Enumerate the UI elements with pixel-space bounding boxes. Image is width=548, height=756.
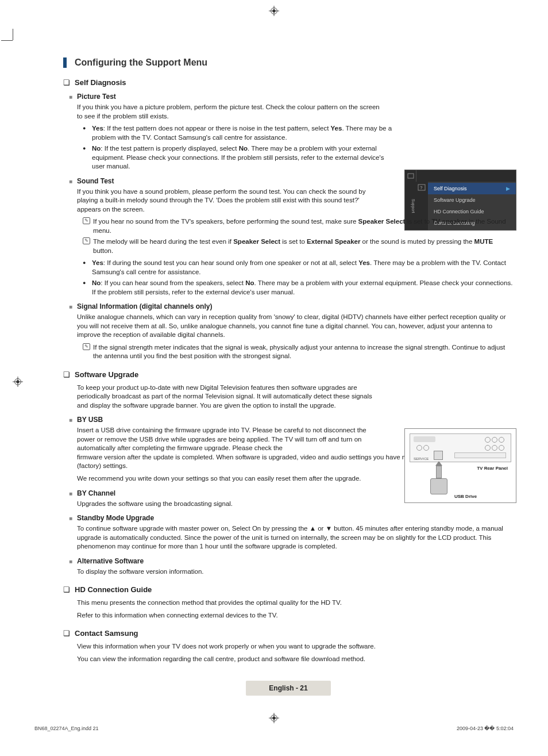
body-text: You can view the information regarding t… xyxy=(77,655,514,664)
subheading-label: Picture Test xyxy=(77,93,116,101)
list-item: Yes: If during the sound test you can he… xyxy=(83,259,514,277)
usb-port xyxy=(434,451,443,460)
osd-item-label: Self Diagnosis xyxy=(434,186,467,191)
subheading-alt-software: ■ Alternative Software xyxy=(69,557,514,565)
note-item: ✎If the signal strength meter indicates … xyxy=(83,343,514,361)
osd-item: Software Upgrade xyxy=(428,194,516,206)
outline-box-icon: ❏ xyxy=(63,629,70,638)
square-bullet-icon: ■ xyxy=(69,558,72,565)
diagram-label: TV Rear Panel xyxy=(477,466,508,471)
list-item: Yes: If the test pattern does not appear… xyxy=(83,124,393,142)
registration-mark-bottom xyxy=(269,713,279,723)
subheading-picture-test: ■ Picture Test xyxy=(69,93,514,101)
square-bullet-icon: ■ xyxy=(69,417,72,423)
outline-box-icon: ❏ xyxy=(63,370,70,379)
square-bullet-icon: ■ xyxy=(69,515,72,521)
heading-label: Contact Samsung xyxy=(75,629,138,638)
tv-rear-panel: SERVICE xyxy=(410,433,511,462)
page-footer: English - 21 xyxy=(63,681,514,696)
chevron-right-icon: ▶ xyxy=(506,186,510,191)
section-title: Configuring the Support Menu xyxy=(75,57,207,68)
doc-timestamp: 2009-04-23 �� 5:02:04 xyxy=(457,726,514,731)
subheading-label: Alternative Software xyxy=(77,557,144,565)
body-text: If you think you have a sound problem, p… xyxy=(77,187,381,214)
square-bullet-icon: ■ xyxy=(69,178,72,185)
crop-mark xyxy=(13,29,13,40)
body-text: This menu presents the connection method… xyxy=(77,598,514,608)
page-number-box: English - 21 xyxy=(246,681,330,696)
osd-item-selected: Self Diagnosis▶ xyxy=(428,183,516,194)
doc-filename: BN68_02274A_Eng.indd 21 xyxy=(34,726,99,731)
body-text: To keep your product up-to-date with new… xyxy=(77,383,381,410)
heading-self-diagnosis: ❏ Self Diagnosis xyxy=(63,78,514,87)
subheading-standby: ■ Standby Mode Upgrade xyxy=(69,514,514,522)
square-bullet-icon: ■ xyxy=(69,94,72,100)
imprint-footer: BN68_02274A_Eng.indd 21 2009-04-23 �� 5:… xyxy=(34,726,514,731)
note-icon: ✎ xyxy=(83,343,90,350)
diagram-label: USB Drive xyxy=(454,494,477,499)
usb-diagram: SERVICE TV Rear Panel USB Drive xyxy=(404,428,516,503)
subheading-signal-info: ■ Signal Information (digital channels o… xyxy=(69,302,514,310)
note-icon: ✎ xyxy=(83,237,90,244)
heading-label: HD Connection Guide xyxy=(75,585,152,594)
usb-cable xyxy=(435,461,443,477)
section-header: Configuring the Support Menu xyxy=(63,57,514,68)
svg-rect-12 xyxy=(408,174,414,178)
heading-contact: ❏ Contact Samsung xyxy=(63,629,514,638)
body-text: View this information when your TV does … xyxy=(77,642,514,651)
subheading-label: BY USB xyxy=(77,416,103,424)
note-item: ✎If you hear no sound from the TV's spea… xyxy=(83,217,514,235)
body-text: Unlike analogue channels, which can vary… xyxy=(77,313,514,340)
list-item: No: If the test pattern is properly disp… xyxy=(83,144,393,171)
registration-mark-left xyxy=(13,377,23,387)
heading-software-upgrade: ❏ Software Upgrade xyxy=(63,370,514,379)
square-bullet-icon: ■ xyxy=(69,304,72,310)
osd-item: HD Connection Guide xyxy=(428,206,516,217)
osd-tab-icon xyxy=(405,170,416,182)
body-text: To display the software version informat… xyxy=(77,567,514,577)
body-text: Refer to this information when connectin… xyxy=(77,611,514,620)
page: Configuring the Support Menu Support ? S… xyxy=(0,0,548,736)
outline-box-icon: ❏ xyxy=(63,78,70,87)
accent-bar xyxy=(63,57,67,68)
heading-hd-guide: ❏ HD Connection Guide xyxy=(63,585,514,594)
usb-drive-icon xyxy=(430,478,447,494)
note-item: ✎The melody will be heard during the tes… xyxy=(83,237,514,255)
subheading-label: BY Channel xyxy=(77,489,115,497)
crop-mark xyxy=(1,40,13,41)
subheading-label: Sound Test xyxy=(77,177,114,185)
svg-text:?: ? xyxy=(420,185,423,190)
subheading-by-usb: ■ BY USB xyxy=(69,416,514,424)
subheading-label: Signal Information (digital channels onl… xyxy=(77,302,212,310)
body-text: If the signal strength meter indicates t… xyxy=(93,344,505,360)
outline-box-icon: ❏ xyxy=(63,585,70,594)
heading-label: Software Upgrade xyxy=(75,370,138,379)
body-text: To continue software upgrade with master… xyxy=(77,524,514,551)
note-icon: ✎ xyxy=(83,217,90,224)
body-text: : If the test pattern is properly displa… xyxy=(92,145,384,170)
subheading-label: Standby Mode Upgrade xyxy=(77,514,154,522)
heading-label: Self Diagnosis xyxy=(75,78,126,87)
body-text: : If the test pattern does not appear or… xyxy=(92,125,392,141)
main-column: Configuring the Support Menu Support ? S… xyxy=(63,57,514,696)
body-text: If you think you have a picture problem,… xyxy=(77,103,381,121)
list-item: No: If you can hear sound from the speak… xyxy=(83,279,514,297)
square-bullet-icon: ■ xyxy=(69,490,72,497)
registration-mark-top xyxy=(269,6,279,16)
